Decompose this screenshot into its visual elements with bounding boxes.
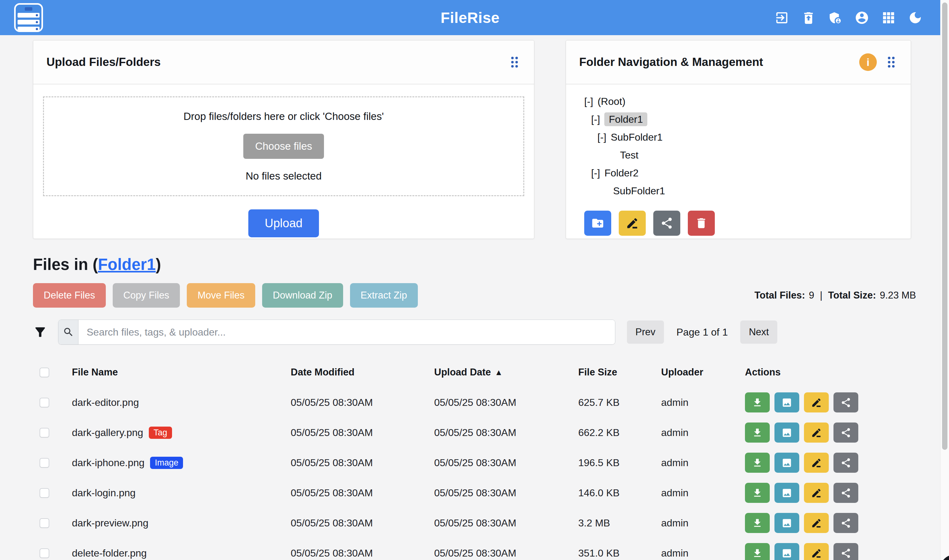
edit-button[interactable] xyxy=(804,423,829,443)
edit-button[interactable] xyxy=(804,453,829,473)
row-checkbox[interactable] xyxy=(40,428,49,438)
trash-restore-icon[interactable] xyxy=(801,10,816,25)
file-name[interactable]: dark-preview.png xyxy=(72,517,149,529)
table-row: dark-editor.png 05/05/25 08:30AM 05/05/2… xyxy=(33,387,916,417)
share-icon xyxy=(840,397,851,408)
search-icon[interactable] xyxy=(58,320,78,345)
edit-icon xyxy=(811,548,822,559)
top-icon-group xyxy=(774,0,923,35)
row-checkbox[interactable] xyxy=(40,458,49,468)
share-icon xyxy=(840,548,851,559)
info-icon[interactable]: i xyxy=(859,53,877,71)
file-name[interactable]: delete-folder.png xyxy=(72,548,147,559)
select-all-checkbox[interactable] xyxy=(40,368,49,377)
files-heading-suffix: ) xyxy=(156,255,161,274)
share-button[interactable] xyxy=(834,453,858,473)
edit-button[interactable] xyxy=(804,513,829,533)
drag-handle-icon[interactable] xyxy=(508,55,521,70)
choose-files-button[interactable]: Choose files xyxy=(243,134,324,159)
tree-toggle[interactable]: [-] xyxy=(591,114,600,125)
file-name[interactable]: dark-iphone.png xyxy=(72,457,145,469)
row-checkbox[interactable] xyxy=(40,488,49,498)
share-button[interactable] xyxy=(834,483,858,503)
date-modified: 05/05/25 08:30AM xyxy=(284,397,428,408)
drag-handle-icon[interactable] xyxy=(885,55,898,70)
current-folder-link[interactable]: Folder1 xyxy=(98,255,156,274)
user-icon[interactable] xyxy=(855,10,869,25)
file-name[interactable]: dark-login.png xyxy=(72,487,135,499)
share-button[interactable] xyxy=(834,423,858,443)
tree-toggle[interactable]: [-] xyxy=(597,132,606,143)
share-folder-button[interactable] xyxy=(653,211,680,236)
next-page-button[interactable]: Next xyxy=(740,320,777,344)
edit-button[interactable] xyxy=(804,483,829,503)
preview-button[interactable] xyxy=(774,392,799,412)
upload-button[interactable]: Upload xyxy=(248,209,318,237)
tree-label-selected[interactable]: Folder1 xyxy=(604,112,647,126)
filter-icon[interactable] xyxy=(33,325,48,339)
edit-button[interactable] xyxy=(804,392,829,412)
uploader: admin xyxy=(655,517,738,529)
move-files-button[interactable]: Move Files xyxy=(187,283,255,308)
column-header-file-size[interactable]: File Size xyxy=(572,367,655,378)
copy-files-button[interactable]: Copy Files xyxy=(113,283,180,308)
download-icon xyxy=(752,457,763,468)
column-header-file-name[interactable]: File Name xyxy=(65,367,284,378)
files-heading: Files in (Folder1) xyxy=(33,255,949,274)
tree-label[interactable]: Test xyxy=(620,149,638,161)
prev-page-button[interactable]: Prev xyxy=(627,320,664,344)
row-checkbox[interactable] xyxy=(40,518,49,528)
preview-button[interactable] xyxy=(774,543,799,560)
upload-date: 05/05/25 08:30AM xyxy=(428,457,572,469)
rename-folder-button[interactable] xyxy=(619,211,646,236)
tree-toggle[interactable]: [-] xyxy=(584,96,593,107)
tree-label[interactable]: SubFolder1 xyxy=(613,185,665,197)
files-table: File Name Date Modified Upload Date▲ Fil… xyxy=(33,357,916,560)
column-header-upload-date[interactable]: Upload Date▲ xyxy=(428,367,572,378)
share-button[interactable] xyxy=(834,513,858,533)
extract-zip-button[interactable]: Extract Zip xyxy=(350,283,418,308)
download-button[interactable] xyxy=(745,543,770,560)
share-button[interactable] xyxy=(834,392,858,412)
tree-label[interactable]: (Root) xyxy=(597,96,625,107)
dark-mode-icon[interactable] xyxy=(908,10,923,25)
file-dropzone[interactable]: Drop files/folders here or click 'Choose… xyxy=(43,96,524,196)
preview-button[interactable] xyxy=(774,513,799,533)
admin-shield-icon[interactable] xyxy=(828,10,843,25)
date-modified: 05/05/25 08:30AM xyxy=(284,548,428,559)
row-checkbox[interactable] xyxy=(40,398,49,408)
image-preview-icon xyxy=(781,457,792,468)
tree-label[interactable]: SubFolder1 xyxy=(611,132,662,143)
file-name[interactable]: dark-gallery.png xyxy=(72,427,143,438)
preview-button[interactable] xyxy=(774,453,799,473)
preview-button[interactable] xyxy=(774,483,799,503)
logout-icon[interactable] xyxy=(774,10,789,25)
download-button[interactable] xyxy=(745,453,770,473)
total-size-label: Total Size: xyxy=(828,290,876,301)
preview-button[interactable] xyxy=(774,423,799,443)
search-input[interactable] xyxy=(78,320,615,345)
download-button[interactable] xyxy=(745,423,770,443)
download-icon xyxy=(752,427,763,438)
folder-card: Folder Navigation & Management i [-](Roo… xyxy=(566,40,911,239)
column-header-date-modified[interactable]: Date Modified xyxy=(284,367,428,378)
edit-button[interactable] xyxy=(804,543,829,560)
download-zip-button[interactable]: Download Zip xyxy=(262,283,343,308)
scrollbar-thumb[interactable] xyxy=(942,3,947,450)
grid-view-icon[interactable] xyxy=(881,10,896,25)
tree-toggle[interactable]: [-] xyxy=(591,167,600,178)
create-folder-button[interactable] xyxy=(584,211,611,236)
download-button[interactable] xyxy=(745,392,770,412)
uploader: admin xyxy=(655,548,738,559)
table-header-row: File Name Date Modified Upload Date▲ Fil… xyxy=(33,357,916,387)
edit-icon xyxy=(811,397,822,408)
delete-folder-button[interactable] xyxy=(688,211,715,236)
delete-files-button[interactable]: Delete Files xyxy=(33,283,106,308)
row-checkbox[interactable] xyxy=(40,548,49,558)
tree-label[interactable]: Folder2 xyxy=(604,167,638,178)
share-button[interactable] xyxy=(834,543,858,560)
column-header-uploader[interactable]: Uploader xyxy=(655,367,738,378)
download-button[interactable] xyxy=(745,483,770,503)
file-name[interactable]: dark-editor.png xyxy=(72,397,139,408)
download-button[interactable] xyxy=(745,513,770,533)
